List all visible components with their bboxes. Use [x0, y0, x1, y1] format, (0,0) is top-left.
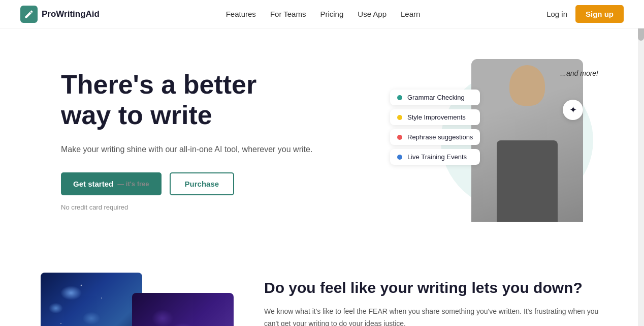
nav-for-teams[interactable]: For Teams [270, 10, 306, 18]
pill-red-dot [397, 135, 402, 140]
section-two-title: Do you feel like your writing lets you d… [264, 278, 603, 298]
hero-person-image [471, 59, 583, 222]
section-two: My idea in my head Do you feel like your… [0, 242, 644, 326]
and-more-label: ...and more! [560, 69, 598, 77]
purple-swirl-image [132, 293, 234, 326]
no-credit-note: No credit card required [61, 203, 312, 211]
person-placeholder [471, 59, 583, 222]
hero-buttons: Get started — it's free Purchase [61, 172, 312, 195]
pill-blue-dot [397, 155, 402, 160]
painting-images: My idea in my head [41, 273, 234, 326]
nav-learn[interactable]: Learn [401, 10, 420, 18]
starry-swirl [41, 273, 142, 326]
pill-yellow-dot [397, 115, 402, 120]
sparkle-badge: ✦ [563, 100, 583, 120]
hero-title: There's a better way to write [61, 70, 312, 131]
hero-illustration: Grammar Checking Style Improvements Reph… [390, 59, 603, 222]
person-body [497, 140, 558, 222]
logo-link[interactable]: ProWritingAid [20, 6, 100, 23]
nav-pricing[interactable]: Pricing [320, 10, 343, 18]
pill-rephrase: Rephrase suggestions [390, 129, 480, 145]
section-two-images: My idea in my head [41, 273, 234, 326]
hero-content: There's a better way to write Make your … [61, 70, 312, 211]
feature-pills: Grammar Checking Style Improvements Reph… [390, 90, 480, 165]
hero-section: There's a better way to write Make your … [0, 28, 644, 242]
get-started-button[interactable]: Get started — it's free [61, 172, 162, 195]
pill-teal-dot [397, 95, 402, 100]
logo-text: ProWritingAid [42, 9, 100, 19]
section-two-text: We know what it's like to feel the FEAR … [264, 306, 603, 326]
scrollbar-track[interactable] [638, 0, 644, 326]
person-head [509, 65, 545, 106]
nav-use-app[interactable]: Use App [358, 10, 387, 18]
nav-links: Features For Teams Pricing Use App Learn [226, 10, 421, 18]
pill-style: Style Improvements [390, 109, 480, 125]
logo-icon [20, 6, 38, 23]
section-two-content: Do you feel like your writing lets you d… [264, 273, 603, 326]
pill-training: Live Training Events [390, 149, 480, 165]
logo-svg [24, 9, 34, 19]
nav-features[interactable]: Features [226, 10, 256, 18]
navbar: ProWritingAid Features For Teams Pricing… [0, 0, 644, 28]
pill-grammar: Grammar Checking [390, 90, 480, 105]
nav-actions: Log in Sign up [546, 5, 624, 23]
hero-subtitle: Make your writing shine with our all-in-… [61, 143, 312, 156]
signup-button[interactable]: Sign up [575, 5, 624, 23]
starry-night-image [41, 273, 142, 326]
purchase-button[interactable]: Purchase [170, 172, 235, 195]
purple-swirls [132, 293, 234, 326]
login-link[interactable]: Log in [546, 10, 567, 18]
